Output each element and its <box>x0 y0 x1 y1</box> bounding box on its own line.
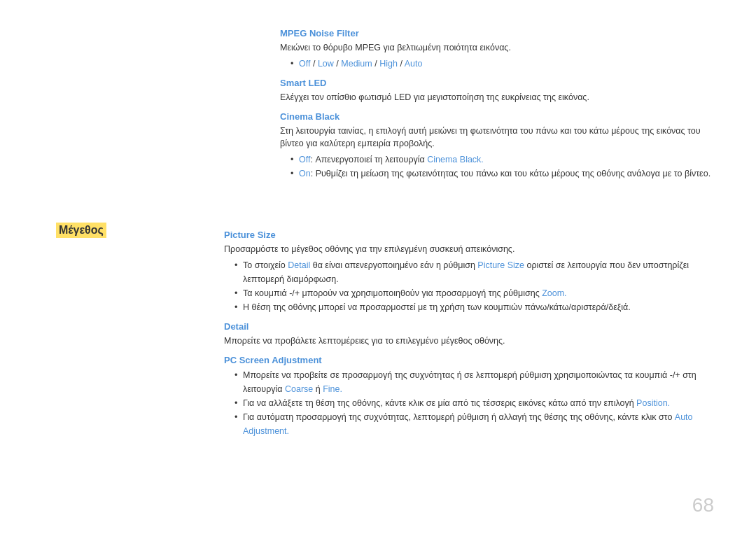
page: MPEG Noise Filter Μειώνει το θόρυβο MPEG… <box>0 0 756 534</box>
mpeg-noise-filter-heading: MPEG Noise Filter <box>280 28 714 38</box>
option-separator-1: / <box>313 59 318 69</box>
picture-size-bullets: Το στοιχείο Detail θα είναι απενεργοποιη… <box>224 258 714 314</box>
option-low-link[interactable]: Low <box>318 59 334 69</box>
bottom-right-content: Picture Size Προσαρμόστε το μέγεθος οθόν… <box>224 223 714 444</box>
smart-led-section: Smart LED Ελέγχει τον οπίσθιο φωτισμό LE… <box>280 78 714 104</box>
detail-description: Μπορείτε να προβάλετε λεπτομέρειες για τ… <box>224 335 714 348</box>
picture-size-link[interactable]: Picture Size <box>477 260 524 270</box>
option-off-link[interactable]: Off <box>299 59 310 69</box>
cinema-black-heading: Cinema Black <box>280 111 714 122</box>
pc-screen-section: PC Screen Adjustment Μπορείτε να προβείτ… <box>224 355 714 438</box>
picture-size-bullet-1: Το στοιχείο Detail θα είναι απενεργοποιη… <box>234 258 714 286</box>
ps-bullet3-text: Η θέση της οθόνης μπορεί να προσαρμοστεί… <box>243 302 631 312</box>
position-link[interactable]: Position. <box>636 398 670 408</box>
picture-size-bullet-3: Η θέση της οθόνης μπορεί να προσαρμοστεί… <box>234 300 714 314</box>
cinema-bullet2-text: : Ρυθμίζει τη μείωση της φωτεινότητας το… <box>311 169 710 178</box>
detail-heading: Detail <box>224 321 714 332</box>
page-number: 68 <box>692 494 714 517</box>
cinema-black-bullet-2: On: Ρυθμίζει τη μείωση της φωτεινότητας … <box>290 167 714 181</box>
smart-led-heading: Smart LED <box>280 78 714 88</box>
mpeg-noise-filter-options: Off / Low / Medium / High / Auto <box>280 57 714 71</box>
pc-screen-bullet-2: Για να αλλάξετε τη θέση της οθόνης, κάντ… <box>234 396 714 410</box>
mpeg-noise-filter-description: Μειώνει το θόρυβο MPEG για βελτιωμένη πο… <box>280 41 714 55</box>
picture-size-section: Picture Size Προσαρμόστε το μέγεθος οθόν… <box>224 230 714 314</box>
section-title: Μέγεθος <box>56 223 106 238</box>
option-auto-link[interactable]: Auto <box>405 59 423 69</box>
fine-link[interactable]: Fine. <box>323 384 342 394</box>
pc-b1-mid: ή <box>313 384 323 394</box>
pc-screen-bullets: Μπορείτε να προβείτε σε προσαρμογή της σ… <box>224 368 714 438</box>
option-high-link[interactable]: High <box>379 59 398 69</box>
coarse-link[interactable]: Coarse <box>285 384 313 394</box>
top-section: MPEG Noise Filter Μειώνει το θόρυβο MPEG… <box>280 28 714 181</box>
pc-b3-text: Για αυτόματη προσαρμογή της συχνότητας, … <box>243 412 675 422</box>
cinema-black-bullets: Off: Απενεργοποιεί τη λειτουργία Cinema … <box>280 153 714 181</box>
smart-led-description: Ελέγχει τον οπίσθιο φωτισμό LED για μεγι… <box>280 91 714 104</box>
cinema-black-link[interactable]: Cinema Black. <box>427 155 484 164</box>
picture-size-heading: Picture Size <box>224 230 714 240</box>
ps-bullet1-pre: Το στοιχείο <box>243 260 288 270</box>
cinema-black-section: Cinema Black Στη λειτουργία ταινίας, η ε… <box>280 111 714 181</box>
picture-size-description: Προσαρμόστε το μέγεθος οθόνης για την επ… <box>224 243 714 256</box>
mpeg-option-item: Off / Low / Medium / High / Auto <box>290 57 714 71</box>
bottom-section: Μέγεθος Picture Size Προσαρμόστε το μέγε… <box>42 223 714 444</box>
pc-screen-bullet-3: Για αυτόματη προσαρμογή της συχνότητας, … <box>234 410 714 438</box>
zoom-link[interactable]: Zoom. <box>542 288 566 298</box>
mpeg-noise-filter-section: MPEG Noise Filter Μειώνει το θόρυβο MPEG… <box>280 28 714 71</box>
option-medium-link[interactable]: Medium <box>341 59 372 69</box>
detail-section: Detail Μπορείτε να προβάλετε λεπτομέρειε… <box>224 321 714 348</box>
cinema-off-link[interactable]: Off <box>299 155 310 164</box>
sidebar-label-area: Μέγεθος <box>42 223 182 444</box>
section-divider <box>42 195 714 216</box>
picture-size-bullet-2: Τα κουμπιά -/+ μπορούν να χρησιμοποιηθού… <box>234 286 714 300</box>
cinema-bullet1-text: : Απενεργοποιεί τη λειτουργία <box>310 155 427 164</box>
cinema-black-bullet-1: Off: Απενεργοποιεί τη λειτουργία Cinema … <box>290 153 714 167</box>
detail-link-1[interactable]: Detail <box>288 260 310 270</box>
pc-b2-text: Για να αλλάξετε τη θέση της οθόνης, κάντ… <box>243 398 636 408</box>
cinema-on-link[interactable]: On <box>299 169 311 178</box>
ps-bullet1-mid: θα είναι απενεργοποιημένο εάν η ρύθμιση <box>310 260 477 270</box>
pc-screen-bullet-1: Μπορείτε να προβείτε σε προσαρμογή της σ… <box>234 368 714 396</box>
ps-bullet2-text: Τα κουμπιά -/+ μπορούν να χρησιμοποιηθού… <box>243 288 542 298</box>
cinema-black-description: Στη λειτουργία ταινίας, η επιλογή αυτή μ… <box>280 125 714 151</box>
pc-screen-heading: PC Screen Adjustment <box>224 355 714 365</box>
